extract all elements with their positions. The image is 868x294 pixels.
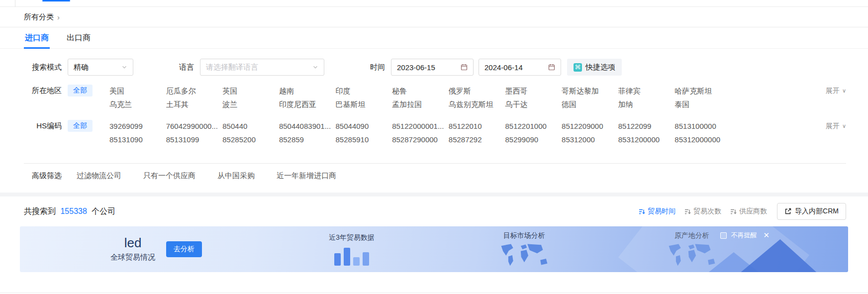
region-option[interactable]: 墨西哥 bbox=[505, 84, 557, 98]
advanced-filter-option[interactable]: 从中国采购 bbox=[217, 171, 255, 181]
region-all-badge[interactable]: 全部 bbox=[68, 85, 93, 97]
hs-code-option[interactable]: 85131099 bbox=[166, 133, 218, 146]
advanced-filter-options: 过滤物流公司只有一个供应商从中国采购近一年新增进口商 bbox=[77, 171, 336, 181]
trade-data-section: 近3年贸易数据 bbox=[329, 233, 375, 266]
count-number[interactable]: 155338 bbox=[60, 207, 87, 215]
results-toolbar: 贸易时间 贸易次数 供应商数 导入内部CRM bbox=[639, 203, 846, 220]
hs-code-option[interactable]: 8512209000 bbox=[562, 119, 613, 133]
hs-code-option[interactable]: 8513100000 bbox=[675, 119, 726, 133]
export-icon bbox=[784, 208, 791, 215]
region-option[interactable]: 俄罗斯 bbox=[449, 84, 500, 98]
hs-code-option[interactable]: 8531200000 bbox=[618, 133, 670, 146]
hs-row-1: 3926909976042990000...85044085044083901.… bbox=[109, 119, 726, 133]
region-option[interactable]: 巴基斯坦 bbox=[336, 98, 387, 111]
hs-code-option[interactable]: 8512201000 bbox=[505, 119, 557, 133]
close-icon[interactable]: ✕ bbox=[763, 231, 770, 240]
breadcrumb[interactable]: 所有分类 › bbox=[0, 7, 868, 27]
hs-code-option[interactable]: 85312000000 bbox=[675, 133, 726, 146]
advanced-filter-label: 高级筛选 bbox=[24, 171, 62, 181]
date-end-value: 2024-06-14 bbox=[484, 63, 523, 72]
chevron-down-icon bbox=[312, 64, 318, 70]
region-option[interactable]: 乌克兰 bbox=[109, 98, 161, 111]
hs-code-filter-row: HS编码 全部 3926909976042990000...8504408504… bbox=[0, 119, 868, 146]
region-option[interactable]: 越南 bbox=[279, 84, 331, 98]
import-crm-button[interactable]: 导入内部CRM bbox=[777, 203, 846, 220]
hs-code-option[interactable]: 85044090 bbox=[336, 119, 387, 133]
region-option[interactable]: 加纳 bbox=[618, 98, 670, 111]
advanced-filter-option[interactable]: 过滤物流公司 bbox=[77, 171, 121, 181]
tab-item[interactable]: 出口商 bbox=[66, 27, 92, 48]
results-header: 共搜索到 155338 个公司 贸易时间 贸易次数 bbox=[0, 196, 868, 224]
hs-code-label: HS编码 bbox=[24, 119, 62, 132]
section-gap bbox=[0, 193, 868, 196]
chevron-down-icon: ∨ bbox=[842, 84, 846, 97]
language-placeholder: 请选择翻译语言 bbox=[206, 63, 258, 72]
region-options: 美国厄瓜多尔英国越南印度秘鲁俄罗斯墨西哥哥斯达黎加菲律宾哈萨克斯坦 乌克兰土耳其… bbox=[109, 84, 726, 111]
quick-options-button[interactable]: ⌘ 快捷选项 bbox=[567, 59, 622, 76]
hs-code-option[interactable]: 39269099 bbox=[109, 119, 161, 133]
region-filter-row: 所在地区 全部 美国厄瓜多尔英国越南印度秘鲁俄罗斯墨西哥哥斯达黎加菲律宾哈萨克斯… bbox=[0, 84, 868, 111]
hs-code-option[interactable]: 852859 bbox=[279, 133, 331, 146]
region-option[interactable]: 乌兹别克斯坦 bbox=[449, 98, 500, 111]
hs-expand-toggle[interactable]: 展开 ∨ bbox=[826, 119, 846, 132]
hs-code-option[interactable]: 85285200 bbox=[222, 133, 274, 146]
hs-code-option[interactable]: 85285910 bbox=[336, 133, 387, 146]
expand-label: 展开 bbox=[826, 119, 840, 132]
tab-item[interactable]: 进口商 bbox=[24, 27, 50, 48]
target-market-title: 目标市场分析 bbox=[503, 231, 545, 240]
region-option[interactable]: 泰国 bbox=[675, 98, 726, 111]
hs-code-options: 3926909976042990000...85044085044083901.… bbox=[109, 119, 726, 146]
date-input-end[interactable]: 2024-06-14 bbox=[479, 59, 561, 76]
region-option[interactable]: 厄瓜多尔 bbox=[166, 84, 218, 98]
dismiss-checkbox[interactable] bbox=[720, 232, 727, 239]
hs-code-option[interactable]: 76042990000... bbox=[166, 119, 218, 133]
region-option[interactable]: 哥斯达黎加 bbox=[562, 84, 613, 98]
region-option[interactable]: 英国 bbox=[222, 84, 274, 98]
region-option[interactable]: 孟加拉国 bbox=[392, 98, 444, 111]
chevron-down-icon bbox=[121, 64, 127, 70]
region-option[interactable]: 印度 bbox=[336, 84, 387, 98]
chevron-right-icon: › bbox=[57, 13, 60, 21]
region-label: 所在地区 bbox=[24, 84, 62, 97]
language-select[interactable]: 请选择翻译语言 bbox=[200, 59, 324, 76]
advanced-filter-option[interactable]: 近一年新增进口商 bbox=[277, 171, 336, 181]
hs-code-option[interactable]: 85044083901... bbox=[279, 119, 331, 133]
expand-label: 展开 bbox=[826, 84, 840, 97]
hs-code-option[interactable]: 85122000001... bbox=[392, 119, 444, 133]
hs-code-option[interactable]: 85312000 bbox=[562, 133, 613, 146]
hs-code-option[interactable]: 85287292 bbox=[449, 133, 500, 146]
sort-option[interactable]: 贸易次数 bbox=[684, 207, 721, 216]
region-option[interactable]: 土耳其 bbox=[166, 98, 218, 111]
hs-code-option[interactable]: 85122010 bbox=[449, 119, 500, 133]
quick-options-label: 快捷选项 bbox=[585, 63, 615, 72]
analyze-button[interactable]: 去分析 bbox=[166, 241, 202, 257]
region-expand-toggle[interactable]: 展开 ∨ bbox=[826, 84, 846, 97]
date-start-value: 2023-06-15 bbox=[397, 63, 435, 72]
hs-code-option[interactable]: 85287290000 bbox=[392, 133, 444, 146]
sort-option[interactable]: 供应商数 bbox=[730, 207, 767, 216]
time-label: 时间 bbox=[347, 63, 385, 72]
hs-code-option[interactable]: 85299090 bbox=[505, 133, 557, 146]
hs-code-option[interactable]: 85131090 bbox=[109, 133, 161, 146]
date-input-start[interactable]: 2023-06-15 bbox=[391, 59, 474, 76]
region-option[interactable]: 波兰 bbox=[222, 98, 274, 111]
region-option[interactable]: 秘鲁 bbox=[392, 84, 444, 98]
breadcrumb-label: 所有分类 bbox=[24, 12, 54, 22]
sort-option[interactable]: 贸易时间 bbox=[639, 207, 675, 216]
top-tab-bar-remnant bbox=[0, 0, 868, 7]
region-option[interactable]: 德国 bbox=[562, 98, 613, 111]
hs-all-badge[interactable]: 全部 bbox=[68, 120, 93, 132]
region-option[interactable]: 乌干达 bbox=[505, 98, 557, 111]
search-mode-select[interactable]: 精确 bbox=[68, 59, 133, 76]
trade-analysis-banner[interactable]: led 全球贸易情况 去分析 近3年贸易数据 目标市场分析 原产地分析 bbox=[20, 226, 848, 272]
region-option[interactable]: 菲律宾 bbox=[618, 84, 670, 98]
language-label: 语言 bbox=[156, 63, 194, 72]
hs-code-option[interactable]: 85122099 bbox=[618, 119, 670, 133]
hs-code-option[interactable]: 850440 bbox=[222, 119, 274, 133]
region-option[interactable]: 哈萨克斯坦 bbox=[675, 84, 726, 98]
region-option[interactable]: 美国 bbox=[109, 84, 161, 98]
advanced-filter-option[interactable]: 只有一个供应商 bbox=[143, 171, 195, 181]
tab-bar: 进口商 出口商 bbox=[0, 27, 868, 49]
sort-label: 贸易时间 bbox=[648, 207, 675, 216]
region-option[interactable]: 印度尼西亚 bbox=[279, 98, 331, 111]
